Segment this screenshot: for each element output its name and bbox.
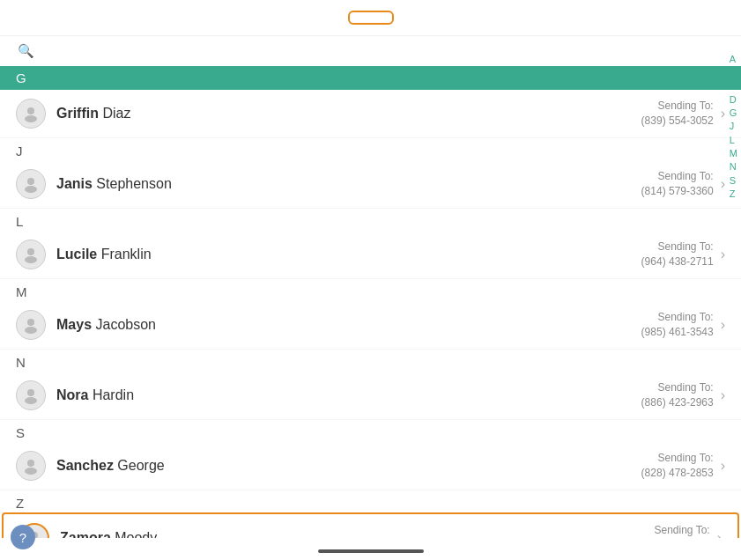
svg-point-7 <box>25 327 37 334</box>
header <box>0 0 741 36</box>
help-button[interactable]: ? <box>11 525 35 549</box>
sending-to: Sending To:(839) 554-3052 <box>641 99 714 129</box>
section-letter-Z: Z <box>0 490 741 512</box>
alpha-index-item[interactable]: D <box>730 93 737 106</box>
svg-point-4 <box>27 248 34 255</box>
contact-right: Sending To:(839) 554-3052› <box>641 99 725 129</box>
sending-to: Sending To:(814) 579-3360 <box>641 169 714 199</box>
chevron-right-icon: › <box>721 317 725 333</box>
contact-name: Janis Stephenson <box>56 176 172 192</box>
sending-to: Sending To:(985) 461-3543 <box>641 310 714 340</box>
sending-to: Sending To:(886) 423-2963 <box>641 380 714 410</box>
contact-row[interactable]: Janis StephensonSending To:(814) 579-336… <box>0 160 741 209</box>
contact-left: Mays Jacobson <box>16 310 156 340</box>
alpha-index-item[interactable]: M <box>730 147 737 159</box>
sending-to: Sending To:(990) 538-3973 <box>638 523 710 538</box>
sending-to: Sending To:(964) 438-2711 <box>641 239 714 269</box>
alpha-index-item[interactable]: G <box>730 107 737 119</box>
search-left: 🔍 <box>18 43 40 59</box>
contact-right: Sending To:(828) 478-2853› <box>641 451 725 481</box>
search-icon: 🔍 <box>18 43 34 59</box>
svg-point-0 <box>27 107 34 114</box>
avatar <box>16 239 46 269</box>
sending-to: Sending To:(828) 478-2853 <box>641 451 714 481</box>
contact-left: Sanchez George <box>16 451 165 481</box>
alpha-index-item[interactable]: L <box>730 134 737 146</box>
contact-row[interactable]: Nora HardinSending To:(886) 423-2963› <box>0 372 741 420</box>
svg-point-6 <box>27 319 34 326</box>
alpha-index-item[interactable]: N <box>730 160 737 173</box>
alpha-index: ABCDGJLMNSZ <box>730 53 737 200</box>
contact-left: Griffin Diaz <box>16 99 130 129</box>
contact-left: Nora Hardin <box>16 380 134 410</box>
section-letter-M: M <box>0 279 741 301</box>
contact-name: Nora Hardin <box>56 387 134 403</box>
section-letter-J: J <box>0 138 741 160</box>
avatar <box>16 380 46 410</box>
alpha-index-item[interactable]: J <box>730 120 737 132</box>
contact-list: GGriffin DiazSending To:(839) 554-3052›J… <box>0 66 741 538</box>
chevron-right-icon: › <box>717 530 722 538</box>
contact-name: Lucile Franklin <box>56 247 152 262</box>
section-header-G: G <box>0 66 741 90</box>
avatar <box>16 99 46 129</box>
svg-point-8 <box>27 389 34 396</box>
svg-point-1 <box>25 115 37 122</box>
svg-point-2 <box>27 178 34 185</box>
contact-left: Lucile Franklin <box>16 239 152 269</box>
contact-name: Zamora Moody <box>60 530 157 538</box>
svg-point-11 <box>25 468 37 475</box>
svg-point-9 <box>25 397 37 404</box>
alpha-index-item[interactable]: A <box>730 53 737 65</box>
contact-name: Griffin Diaz <box>56 106 130 122</box>
svg-point-5 <box>25 256 37 263</box>
contact-right: Sending To:(814) 579-3360› <box>641 169 725 199</box>
all-students-title[interactable] <box>348 11 394 25</box>
chevron-right-icon: › <box>721 106 725 122</box>
contact-row[interactable]: Lucile FranklinSending To:(964) 438-2711… <box>0 231 741 279</box>
section-letter-S: S <box>0 420 741 442</box>
contact-name: Sanchez George <box>56 458 165 474</box>
alpha-index-item[interactable]: C <box>730 80 737 92</box>
chevron-right-icon: › <box>721 176 725 192</box>
avatar <box>16 451 46 481</box>
contact-right: Sending To:(886) 423-2963› <box>641 380 725 410</box>
alpha-index-item[interactable]: S <box>730 174 737 187</box>
contact-left: Zamora Moody <box>19 523 157 538</box>
alpha-index-item[interactable]: B <box>730 66 737 78</box>
contact-row[interactable]: Zamora MoodySending To:(990) 538-3973› <box>2 512 739 538</box>
contact-row[interactable]: Sanchez GeorgeSending To:(828) 478-2853› <box>0 442 741 490</box>
contact-name: Mays Jacobson <box>56 317 156 333</box>
svg-point-10 <box>27 460 34 467</box>
bottom-indicator <box>318 549 424 553</box>
contact-right: Sending To:(964) 438-2711› <box>641 239 725 269</box>
chevron-right-icon: › <box>721 247 725 262</box>
contact-row[interactable]: Mays JacobsonSending To:(985) 461-3543› <box>0 301 741 350</box>
alpha-index-item[interactable]: Z <box>730 188 737 200</box>
svg-point-3 <box>25 186 37 193</box>
contact-left: Janis Stephenson <box>16 169 172 199</box>
chevron-right-icon: › <box>721 458 725 474</box>
contact-right: Sending To:(990) 538-3973› <box>638 523 722 538</box>
avatar <box>16 169 46 199</box>
contact-row[interactable]: Griffin DiazSending To:(839) 554-3052› <box>0 90 741 138</box>
chevron-right-icon: › <box>721 387 725 403</box>
search-bar: 🔍 <box>0 36 741 66</box>
contact-right: Sending To:(985) 461-3543› <box>641 310 725 340</box>
avatar <box>16 310 46 340</box>
section-letter-L: L <box>0 209 741 231</box>
section-letter-N: N <box>0 350 741 372</box>
